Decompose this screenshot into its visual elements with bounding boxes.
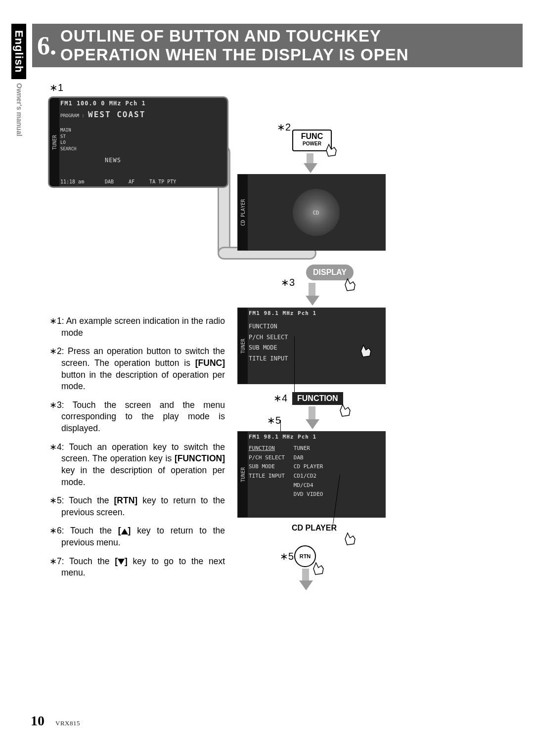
pointer-hand-icon: [321, 140, 341, 160]
screen1-side-item: SEARCH: [60, 146, 77, 152]
screen1-side-item: ST: [60, 133, 77, 140]
ref-label-2: ∗2: [277, 121, 291, 133]
desc-7: ∗7: Touch the [] key to go to the next m…: [49, 556, 225, 579]
screen4-right-item: DVD VIDEO: [294, 490, 323, 499]
pointer-hand-icon: [335, 400, 355, 420]
screen4-right-item: TUNER: [294, 444, 323, 453]
description-list: ∗1: An example screen indication in the …: [49, 315, 225, 586]
screen1-program-label: PROGRAM :: [60, 113, 85, 118]
screen1-bot: TA TP PTY: [149, 179, 176, 184]
arrow-down-icon: [299, 580, 313, 590]
triangle-down-icon: [118, 559, 125, 565]
side-tab: English Owner's manual: [11, 24, 26, 145]
screen4-right-item: MD/CD4: [294, 481, 323, 490]
screen4-left-item: P/CH SELECT: [249, 453, 285, 463]
desc-4: ∗4: Touch an operation key to switch the…: [49, 442, 225, 489]
page-number: 10: [31, 713, 44, 728]
screen4-left-item: SUB MODE: [249, 462, 285, 472]
screen3-side-label: TUNER: [238, 308, 248, 384]
pointer-hand-icon: [340, 275, 360, 295]
language-tab: English: [11, 24, 26, 79]
screen1-program: WEST COAST: [88, 110, 145, 119]
desc-5: ∗5: Touch the [RTN] key to return to the…: [49, 495, 225, 518]
pointer-hand-icon: [309, 559, 328, 578]
doc-type-tab: Owner's manual: [11, 79, 26, 140]
screen4-top: FM1 98.1 MHz Pch 1: [249, 434, 383, 440]
screen1-side-label: TUNER: [49, 98, 59, 186]
model-code: VRX815: [55, 719, 80, 727]
screen4-right-item: DAB: [294, 453, 323, 463]
screen-cd-player: CD PLAYER CD: [237, 174, 386, 251]
screen1-side-item: MAIN: [60, 127, 77, 133]
screen3-item: FUNCTION: [249, 321, 383, 332]
screen4-side-label: TUNER: [238, 432, 248, 517]
screen1-bot: AF: [129, 179, 134, 184]
screen4-left-item: TITLE INPUT: [249, 472, 285, 481]
screen2-cd-label: CD: [312, 209, 319, 216]
screen1-news: NEWS: [105, 157, 121, 164]
arrow-down-icon: [306, 296, 319, 306]
chapter-title: OUTLINE OF BUTTON AND TOUCHKEY OPERATION…: [60, 27, 409, 64]
chapter-title-line1: OUTLINE OF BUTTON AND TOUCHKEY: [60, 27, 381, 45]
chapter-header: 6. OUTLINE OF BUTTON AND TOUCHKEY OPERAT…: [32, 24, 523, 67]
pointer-hand-icon: [340, 529, 360, 549]
arrow-down-icon: [306, 419, 319, 429]
screen4-right-item: CD PLAYER: [294, 462, 323, 472]
desc-2: ∗2: Press an operation button to switch …: [49, 346, 225, 393]
desc-1: ∗1: An example screen indication in the …: [49, 315, 225, 339]
leader-line: [294, 336, 295, 392]
arrow-stem: [309, 406, 315, 420]
arrow-down-icon: [304, 163, 317, 173]
page-footer: 10 VRX815: [31, 713, 80, 729]
desc-3: ∗3: Touch the screen and the menu corres…: [49, 400, 225, 435]
chapter-title-line2: OPERATION WHEN THE DISPLAY IS OPEN: [60, 45, 409, 64]
ref-label-1: ∗1: [49, 82, 63, 93]
arrow-stem: [307, 153, 313, 164]
chapter-number: 6.: [37, 31, 56, 60]
cd-player-key[interactable]: CD PLAYER: [289, 523, 340, 534]
screen1-top: FM1 100.0 0 MHz Pch 1: [60, 100, 225, 107]
screen4-left-item: FUNCTION: [249, 444, 285, 453]
screen4-right-item: CD1/CD2: [294, 472, 323, 481]
arrow-stem: [302, 569, 309, 581]
arrow-stem: [309, 283, 315, 297]
desc-6: ∗6: Touch the [] key to return to the pr…: [49, 525, 225, 548]
screen-function-submenu: TUNER FM1 98.1 MHz Pch 1 FUNCTION P/CH S…: [237, 431, 386, 518]
func-button-main: FUNC: [293, 132, 331, 141]
triangle-up-icon: [121, 529, 128, 534]
ref-label-4: ∗4: [273, 392, 287, 404]
screen1-side-item: LO: [60, 139, 77, 146]
pointer-hand-icon: [356, 341, 376, 361]
screen2-side-label: CD PLAYER: [238, 175, 248, 250]
ref-label-5a: ∗5: [267, 414, 281, 426]
screen-example-radio: TUNER FM1 100.0 0 MHz Pch 1 PROGRAM : WE…: [48, 96, 228, 188]
ref-label-5b: ∗5: [280, 550, 294, 562]
screen1-time: 11:18 am: [60, 179, 84, 184]
ref-label-3: ∗3: [281, 276, 295, 288]
screen3-top: FM1 98.1 MHz Pch 1: [249, 310, 383, 316]
screen1-bot: DAB: [105, 179, 114, 184]
